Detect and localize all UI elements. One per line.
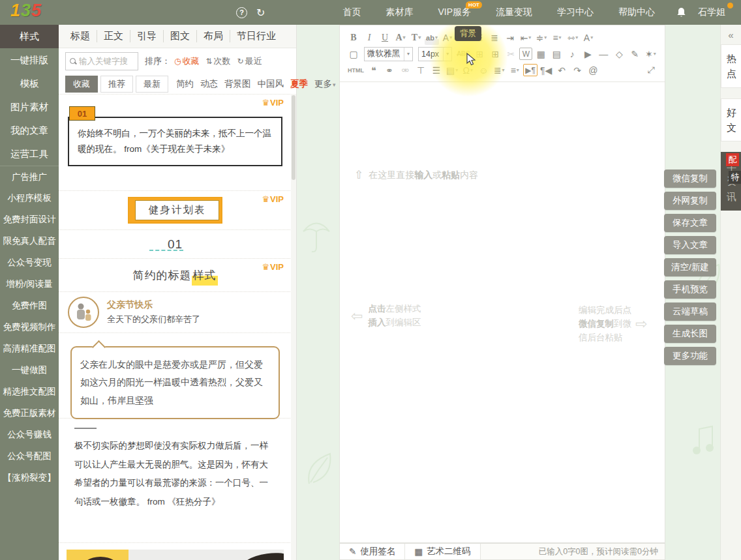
cut-icon[interactable]: ✂ — [504, 47, 518, 61]
filter-favorites[interactable]: 收藏 — [65, 76, 98, 93]
filter-recommend[interactable]: 推荐 — [100, 76, 133, 93]
sidebar-item-account-monetize[interactable]: 公众号变现 — [0, 252, 59, 273]
logo-135[interactable]: 135 — [10, 1, 42, 21]
rail-tab-hot-topics[interactable]: 热点 — [721, 44, 741, 88]
tab-imagetext[interactable]: 图文 — [163, 30, 196, 42]
style-item-photo[interactable] — [59, 543, 292, 560]
image-icon[interactable]: ▦ — [534, 47, 548, 61]
text-case-icon[interactable]: A — [581, 31, 596, 45]
sidebar-item-hd-images[interactable]: 高清精准配图 — [0, 338, 59, 359]
scrollbar-thumb[interactable] — [292, 95, 295, 180]
sidebar-item-tweet-images[interactable]: 精选推文配图 — [0, 381, 59, 402]
te-badge[interactable]: 特 — [729, 171, 741, 184]
sidebar-item-free-voiceover[interactable]: 限免真人配音 — [0, 230, 59, 252]
undo-icon[interactable]: ↶ — [554, 63, 569, 78]
sidebar-item-styles[interactable]: 样式 — [0, 25, 59, 48]
nav-material-library[interactable]: 素材库 — [373, 7, 425, 18]
style-item-speech-bubble[interactable]: 父亲在儿女的眼中是慈爱亦或是严厉，但父爱如这六月的阳光一样温暖中透着热烈，父爱又… — [59, 333, 292, 419]
sidebar-item-account-earn[interactable]: 公众号赚钱 — [0, 424, 59, 445]
save-article-button[interactable]: 保存文章 — [664, 214, 716, 232]
emoji-icon[interactable]: ☺ — [476, 63, 491, 78]
more-features-button[interactable]: 更多功能 — [664, 347, 716, 365]
clear-new-button[interactable]: 清空/新建 — [664, 258, 716, 276]
font-size-select[interactable]: 14px▾ — [418, 47, 452, 61]
music-icon[interactable]: ♪ — [565, 47, 579, 61]
unordered-list-icon[interactable]: ≡ — [507, 63, 522, 78]
filter-summer[interactable]: 夏季 — [288, 78, 310, 90]
video-icon[interactable]: ▶ — [581, 47, 595, 61]
sort-recent[interactable]: ↻最近 — [237, 55, 262, 67]
filter-chinese-style[interactable]: 中国风 — [255, 78, 287, 90]
style-item-paragraph[interactable]: 极不切实际的梦想即使没有实际权力做后盾，一样可以让人产生最大无畏的胆气。这是因为… — [59, 419, 292, 543]
redo-icon[interactable]: ↷ — [570, 63, 584, 78]
sidebar-item-miniprogram-templates[interactable]: 小程序模板 — [0, 187, 59, 209]
blockquote-icon[interactable]: ❝ — [367, 63, 381, 78]
wechat-copy-button[interactable]: 微信复制 — [664, 169, 716, 188]
notifications-bell[interactable] — [667, 7, 695, 18]
text-frame-icon[interactable]: ⊤ — [414, 63, 428, 78]
nav-learning-center[interactable]: 学习中心 — [545, 7, 606, 18]
horizontal-rule-icon[interactable]: — — [596, 47, 611, 61]
sidebar-item-one-click-layout[interactable]: 一键排版 — [0, 48, 59, 72]
rail-tab-good-articles[interactable]: 好文 — [721, 98, 741, 142]
font-family-select[interactable]: 微软雅黑▾ — [364, 47, 413, 61]
style-item-profile[interactable]: 父亲节快乐 全天下的父亲们都辛苦了 — [59, 292, 292, 333]
outdent-icon[interactable]: ⇤ — [519, 31, 533, 45]
sidebar-item-account-images[interactable]: 公众号配图 — [0, 445, 59, 467]
summary-icon[interactable]: ☰ — [429, 63, 444, 78]
art-qrcode-button[interactable]: ▦艺术二维码 — [405, 544, 480, 559]
template-icon[interactable]: ▤ — [445, 63, 459, 78]
pei-badge[interactable]: 配 — [726, 153, 739, 166]
collapse-rail-button[interactable]: « — [721, 25, 741, 44]
font-color-icon[interactable]: A — [393, 31, 408, 45]
sort-count[interactable]: ⇅次数 — [205, 55, 230, 67]
import-article-button[interactable]: 导入文章 — [664, 236, 716, 254]
link-icon[interactable]: ⚭ — [382, 63, 397, 78]
style-item-simple-title[interactable]: ♛VIP 简约的标题样式 — [59, 259, 292, 292]
user-menu[interactable]: 石学姐 — [695, 7, 734, 18]
highlight-icon[interactable]: ab — [425, 31, 439, 45]
text-direction-ltr-icon[interactable]: ▶¶ — [523, 64, 537, 76]
sidebar-item-free-video[interactable]: 免费视频制作 — [0, 316, 59, 338]
align-block-icon[interactable]: ≣ — [487, 31, 502, 45]
image-gallery-icon[interactable]: ▤ — [549, 47, 564, 61]
bold-icon[interactable]: B — [346, 31, 361, 45]
sidebar-item-my-articles[interactable]: 我的文章 — [0, 119, 59, 142]
tab-guide[interactable]: 引导 — [130, 30, 163, 42]
sidebar-item-free-cover-design[interactable]: 免费封面设计 — [0, 209, 59, 230]
sidebar-item-image-material[interactable]: 图片素材 — [0, 95, 59, 119]
nav-vip-service[interactable]: VIP服务HOT — [425, 7, 483, 18]
filter-more[interactable]: 更多 — [312, 78, 339, 90]
sidebar-item-free-stock[interactable]: 免费正版素材 — [0, 402, 59, 424]
tab-body[interactable]: 正文 — [97, 30, 130, 42]
filter-simple[interactable]: 简约 — [174, 78, 196, 90]
tab-title[interactable]: 标题 — [64, 30, 97, 42]
background-color-icon[interactable]: A — [440, 31, 455, 45]
sidebar-item-fans-growth[interactable]: 【涨粉裂变】 — [0, 467, 59, 488]
sort-favorites[interactable]: ◷收藏 — [174, 55, 199, 67]
nav-traffic-monetize[interactable]: 流量变现 — [483, 7, 545, 18]
sidebar-item-followers-reads[interactable]: 增粉/阅读量 — [0, 273, 59, 295]
style-item-title-box[interactable]: ♛VIP 健身计划表 — [59, 191, 292, 230]
style-list-scrollbar[interactable] — [291, 94, 296, 560]
generate-long-image-button[interactable]: 生成长图 — [664, 325, 716, 343]
editor-canvas[interactable]: ⇧ 在这里直接输入或粘贴内容 ⇦ 点击左侧样式插入到编辑区 编辑完成后点微信复制… — [340, 82, 665, 548]
sidebar-item-templates[interactable]: 模板 — [0, 72, 59, 95]
nav-home[interactable]: 首页 — [330, 7, 373, 18]
sidebar-item-operation-tools[interactable]: 运营工具 — [0, 142, 59, 166]
help-icon[interactable]: ? — [236, 7, 247, 18]
format-brush-icon[interactable]: ✎ — [628, 47, 642, 61]
text-style-icon[interactable]: T — [409, 31, 423, 45]
filter-dynamic[interactable]: 动态 — [198, 78, 220, 90]
eraser-icon[interactable]: ◇ — [612, 47, 626, 61]
letter-spacing-icon[interactable]: ⇿ — [566, 31, 580, 45]
text-direction-rtl-icon[interactable]: ¶◀ — [539, 63, 553, 78]
indent-icon[interactable]: ⇥ — [503, 31, 517, 45]
cloud-draft-button[interactable]: 云端草稿 — [664, 302, 716, 321]
nav-help-center[interactable]: 帮助中心 — [606, 7, 667, 18]
paragraph-spacing-icon[interactable]: ≡ — [550, 31, 564, 45]
unlink-icon[interactable]: ⚮ — [398, 63, 412, 78]
sidebar-item-ad-promotion[interactable]: 广告推广 — [0, 166, 59, 187]
filter-newest[interactable]: 最新 — [136, 76, 168, 93]
mobile-preview-button[interactable]: 手机预览 — [664, 280, 716, 299]
